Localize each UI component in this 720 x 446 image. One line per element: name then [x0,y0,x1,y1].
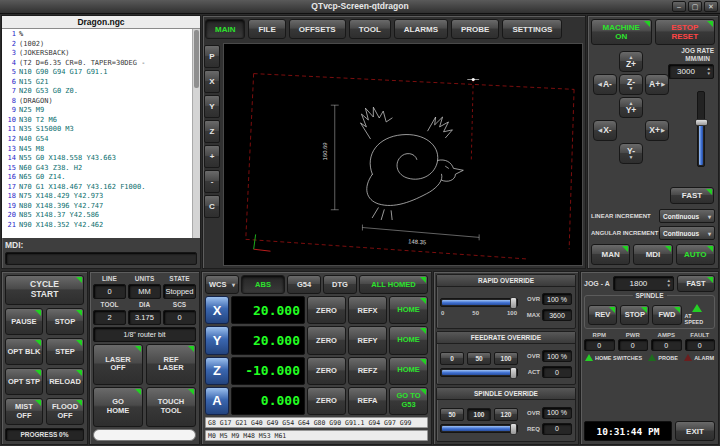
ref-button[interactable]: REFY [348,326,387,354]
gcode-line[interactable]: 18N75 X148.429 Y42.973 [3,192,191,202]
gcode-line[interactable]: 1% [3,30,191,40]
jog-x-plus-button[interactable]: X+▶ [645,120,669,141]
gcode-line[interactable]: 7N20 G53 G0 Z0. [3,87,191,97]
angular-increment-combo[interactable]: Continuous ▾ [659,226,715,240]
tab-probe[interactable]: PROBE [451,19,499,39]
gcode-line[interactable]: 15N60 G43 Z38. H2 [3,164,191,174]
slider-handle[interactable] [510,367,517,379]
gcode-line[interactable]: 12N40 G54 [3,135,191,145]
go-home-button[interactable]: GO HOME [93,387,143,428]
view-button[interactable]: C [204,195,220,218]
reload-button[interactable]: RELOAD [46,368,84,395]
dtg-button[interactable]: DTG [323,275,357,294]
gcode-line[interactable]: 3(JOKERSBACK) [3,49,191,59]
jog-z-minus-button[interactable]: Z-▼ [619,74,643,95]
estop-reset-button[interactable]: ESTOP RESET [655,19,716,45]
override-preset-button[interactable]: 50 [440,408,464,421]
mdi-input[interactable] [5,252,197,265]
ref-button[interactable]: REFZ [348,357,387,385]
exit-button[interactable]: EXIT [675,421,715,441]
tab-settings[interactable]: SETTINGS [502,19,562,39]
override-slider[interactable] [440,424,518,433]
zero-button[interactable]: ZERO [307,296,346,324]
g54-button[interactable]: G54 [287,275,321,294]
override-preset-button[interactable]: 50 [467,352,491,365]
override-preset-button[interactable]: 120 [494,408,518,421]
ref-laser-button[interactable]: REF LASER [146,344,196,385]
command-entry[interactable] [93,429,196,441]
machine-on-button[interactable]: MACHINE ON [591,19,652,45]
jog-z-plus-button[interactable]: ▲Z+ [619,51,643,72]
view-button[interactable]: Z [204,120,220,143]
abs-button[interactable]: ABS [241,275,285,294]
gcode-line[interactable]: 8(DRAGON) [3,97,191,107]
gcode-line[interactable]: 16N65 G0 Z14. [3,173,191,183]
gcode-line[interactable]: 10N30 T2 M6 [3,116,191,126]
view-button[interactable]: X [204,70,220,93]
linear-increment-combo[interactable]: Continuous ▾ [659,209,715,223]
minimize-icon[interactable]: – [672,1,686,12]
jog-a-spinbox[interactable]: 1800 ▲▼ [613,276,674,291]
ref-button[interactable]: REFX [348,296,387,324]
jog-rate-slider[interactable] [697,91,705,167]
home-button[interactable]: HOME [389,326,428,354]
tab-main[interactable]: MAIN [205,19,245,39]
axis-button-x[interactable]: X [205,296,229,324]
axis-button-a[interactable]: A [205,387,229,415]
mode-button-man[interactable]: MAN [591,244,630,265]
view-button[interactable]: - [204,170,220,193]
optional-block-button[interactable]: OPT BLK [5,338,43,365]
gcode-line[interactable]: 13N45 M8 [3,145,191,155]
gcode-line[interactable]: 6N15 G21 [3,78,191,88]
gcode-line[interactable]: 4(T2 D=6.35 CR=0. TAPER=30DEG - [3,59,191,69]
all-homed-button[interactable]: ALL HOMED [359,275,428,294]
spinbox-arrows-icon[interactable]: ▲▼ [667,278,671,289]
touch-tool-button[interactable]: TOUCH TOOL [146,387,196,428]
mode-button-auto[interactable]: AUTO [676,244,715,265]
tab-tool[interactable]: TOOL [349,19,391,39]
jog-a-minus-button[interactable]: ◀A- [593,74,617,95]
override-slider[interactable] [440,298,518,307]
home-button[interactable]: HOME [389,357,428,385]
stop-button[interactable]: STOP [46,308,84,335]
gcode-list[interactable]: 1%2(1002)3(JOKERSBACK)4(T2 D=6.35 CR=0. … [2,29,200,238]
spinbox-arrows-icon[interactable]: ▲▼ [707,66,711,77]
gcode-line[interactable]: 17N70 G1 X148.467 Y43.162 F1000. [3,183,191,193]
slider-handle[interactable] [695,119,708,126]
zero-button[interactable]: ZERO [307,326,346,354]
view-button[interactable]: Y [204,95,220,118]
scrollbar-thumb[interactable] [194,30,199,88]
override-preset-button[interactable]: 0 [440,352,464,365]
jog-x-minus-button[interactable]: ◀X- [593,120,617,141]
mode-button-mdi[interactable]: MDI [633,244,672,265]
gcode-scrollbar[interactable] [192,29,200,238]
override-preset-button[interactable]: 100 [494,352,518,365]
optional-stop-button[interactable]: OPT STP [5,368,43,395]
jog-y-plus-button[interactable]: ▲Y+ [619,97,643,118]
jog-rate-spinbox[interactable]: 3000 ▲▼ [668,64,714,79]
zero-button[interactable]: ZERO [307,387,346,415]
maximize-icon[interactable]: ▢ [688,1,702,12]
gcode-line[interactable]: 21N90 X148.352 Y42.462 [3,221,191,231]
view-button[interactable]: P [204,45,220,68]
flood-button[interactable]: FLOOD OFF [46,398,84,425]
zero-button[interactable]: ZERO [307,357,346,385]
jog-a-plus-button[interactable]: A+▶ [645,74,669,95]
tab-offsets[interactable]: OFFSETS [289,19,346,39]
fast-a-button[interactable]: FAST [677,275,715,292]
cycle-start-button[interactable]: CYCLE START [5,275,84,305]
gcode-line[interactable]: 11N35 S15000 M3 [3,125,191,135]
spindle-rev-button[interactable]: REV [588,305,617,325]
gcode-line[interactable]: 19N80 X148.396 Y42.747 [3,202,191,212]
spindle-fwd-button[interactable]: FWD [652,305,681,325]
close-icon[interactable]: ✕ [704,1,718,12]
slider-handle[interactable] [510,297,517,309]
home-button[interactable]: GO TO G53 [389,387,428,415]
laser-button[interactable]: LASER OFF [93,344,143,385]
gcode-line[interactable]: 2(1002) [3,40,191,50]
gcode-line[interactable]: 9N25 M9 [3,106,191,116]
home-button[interactable]: HOME [389,296,428,324]
gcode-line[interactable]: 20N85 X148.37 Y42.586 [3,211,191,221]
view-button[interactable]: + [204,145,220,168]
tab-alarms[interactable]: ALARMS [394,19,448,39]
